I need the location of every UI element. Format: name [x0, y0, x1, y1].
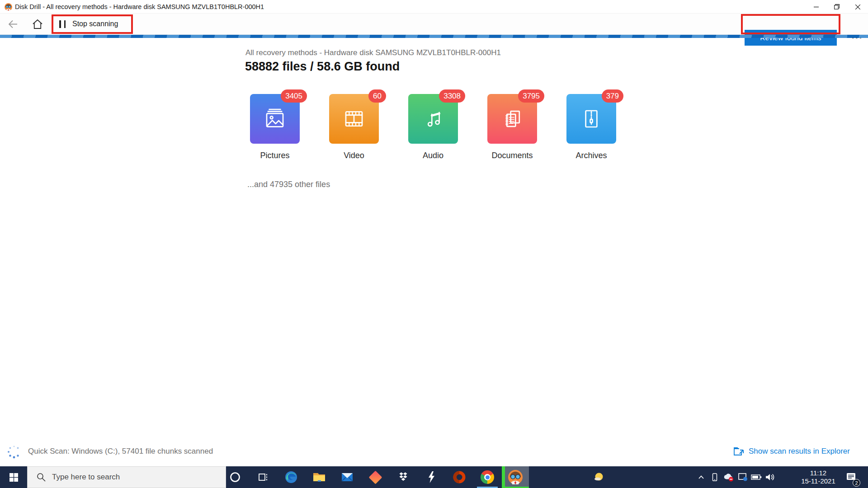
cortana-button[interactable] — [222, 466, 249, 488]
pictures-label: Pictures — [230, 151, 320, 160]
disk-drill-app-icon — [5, 3, 12, 11]
battery-tray-button[interactable] — [750, 466, 763, 488]
archives-count-badge: 379 — [602, 89, 623, 103]
chevron-up-icon — [698, 474, 705, 481]
minimize-button[interactable] — [806, 0, 826, 14]
volume-tray-button[interactable] — [763, 466, 777, 488]
show-in-explorer-icon[interactable] — [733, 446, 745, 457]
speaker-icon — [765, 473, 775, 481]
cortana-icon — [229, 471, 241, 483]
annotation-box-stop-scanning — [52, 14, 133, 34]
onedrive-tray-button[interactable] — [722, 466, 735, 488]
scan-headline: 58882 files / 58.6 GB found — [245, 60, 400, 74]
tray-chevron-button[interactable] — [694, 466, 708, 488]
snip-tray-button[interactable] — [736, 466, 750, 488]
notification-count-badge[interactable]: 2 — [853, 479, 860, 487]
scan-subtitle: All recovery methods - Hardware disk SAM… — [245, 48, 501, 57]
windows-logo-icon — [9, 473, 18, 482]
archives-tile[interactable]: 379 — [566, 94, 616, 144]
clock-time: 11:12 — [810, 469, 826, 477]
back-button[interactable] — [6, 14, 19, 35]
weather-icon[interactable] — [592, 466, 606, 488]
scan-status-text: Quick Scan: Windows (C:), 57401 file chu… — [28, 447, 213, 456]
battery-icon — [751, 474, 762, 480]
video-count-badge: 60 — [368, 89, 386, 103]
mail-button[interactable] — [334, 466, 361, 488]
clock-date: 15-11-2021 — [801, 477, 835, 485]
diamond-icon — [368, 470, 382, 484]
scan-progress-bar — [0, 35, 868, 38]
search-input[interactable] — [52, 473, 201, 482]
pictures-tile[interactable]: 3405 — [250, 94, 300, 144]
taskbar-search[interactable] — [27, 466, 226, 488]
office-icon — [453, 471, 466, 483]
edge-icon — [284, 470, 298, 484]
video-label: Video — [309, 151, 399, 160]
documents-label: Documents — [467, 151, 557, 160]
pictures-icon — [263, 107, 287, 131]
screen-snip-icon — [738, 473, 748, 482]
category-video[interactable]: 60 Video — [329, 94, 379, 144]
file-explorer-button[interactable] — [306, 466, 333, 488]
archives-label: Archives — [546, 151, 637, 160]
lightning-app-button[interactable] — [418, 466, 445, 488]
sun-cloud-icon — [594, 472, 604, 483]
category-pictures[interactable]: 3405 Pictures — [250, 94, 300, 144]
audio-icon — [421, 107, 445, 131]
lightning-icon — [426, 471, 437, 483]
phone-icon — [711, 473, 719, 482]
dropbox-button[interactable] — [390, 466, 417, 488]
task-view-button[interactable] — [250, 466, 277, 488]
edge-button[interactable] — [278, 466, 305, 488]
documents-tile[interactable]: 3795 — [487, 94, 537, 144]
video-tile[interactable]: 60 — [329, 94, 379, 144]
dropbox-icon — [397, 471, 410, 483]
pictures-count-badge: 3405 — [281, 89, 307, 103]
back-arrow-icon — [8, 20, 18, 28]
disk-drill-taskbar-button[interactable] — [502, 466, 529, 488]
diamond-app-button[interactable] — [362, 466, 389, 488]
video-icon — [342, 107, 366, 131]
cloud-sync-icon — [723, 473, 734, 482]
archives-icon — [579, 107, 604, 131]
office-button[interactable] — [446, 466, 473, 488]
taskbar-clock[interactable]: 11:12 15-11-2021 — [795, 466, 842, 488]
documents-icon — [500, 107, 524, 131]
mail-icon — [341, 472, 354, 482]
restore-button[interactable] — [826, 0, 847, 14]
category-documents[interactable]: 3795 Documents — [487, 94, 537, 144]
documents-count-badge: 3795 — [518, 89, 544, 103]
taskbar: 19°C Polluted air 351 — [0, 466, 868, 488]
file-explorer-icon — [312, 471, 326, 483]
category-archives[interactable]: 379 Archives — [566, 94, 616, 144]
close-button[interactable] — [847, 0, 868, 14]
start-button[interactable] — [0, 466, 27, 488]
window-title: Disk Drill - All recovery methods - Hard… — [15, 3, 264, 10]
your-phone-tray-button[interactable] — [708, 466, 722, 488]
home-icon — [32, 19, 43, 29]
chrome-button[interactable] — [474, 466, 501, 488]
other-files-text: ...and 47935 other files — [247, 180, 330, 189]
task-view-icon — [257, 471, 269, 483]
scanning-spinner-icon — [7, 445, 21, 459]
category-audio[interactable]: 3308 Audio — [408, 94, 458, 144]
chrome-icon — [481, 470, 494, 484]
home-button[interactable] — [31, 14, 44, 35]
annotation-box-review-button — [741, 14, 840, 34]
title-bar: Disk Drill - All recovery methods - Hard… — [0, 0, 868, 14]
show-scan-results-link[interactable]: Show scan results in Explorer — [749, 447, 850, 456]
search-icon — [37, 473, 46, 482]
audio-tile[interactable]: 3308 — [408, 94, 458, 144]
audio-label: Audio — [388, 151, 478, 160]
disk-drill-icon — [508, 470, 523, 484]
audio-count-badge: 3308 — [439, 89, 465, 103]
